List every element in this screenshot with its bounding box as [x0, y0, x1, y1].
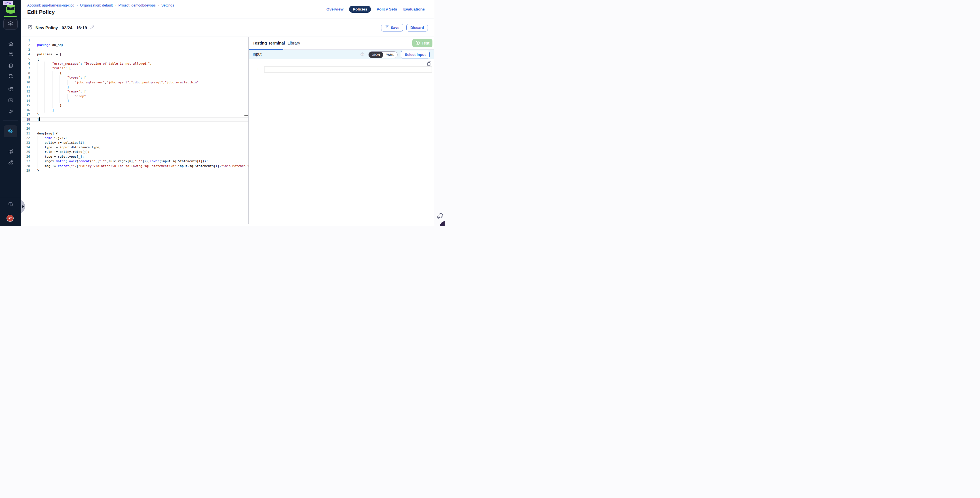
code-line[interactable]: 6"error_message": "Dropping of table is …: [21, 62, 248, 66]
sidebar-item-org-structure[interactable]: [8, 160, 14, 165]
breadcrumb-account[interactable]: Account: app-harness-ng-cicd: [27, 3, 74, 7]
help-icon[interactable]: ?: [8, 201, 14, 207]
code-line[interactable]: 5{: [21, 57, 248, 62]
line-number[interactable]: 13: [21, 94, 30, 99]
code-line[interactable]: 4policies := [: [21, 52, 248, 57]
line-number[interactable]: 28: [21, 164, 30, 169]
breadcrumb-project[interactable]: Project: demodbdevops: [118, 3, 155, 7]
input-editor-current-line[interactable]: [264, 66, 432, 73]
line-number[interactable]: 14: [21, 99, 30, 103]
line-number[interactable]: 5: [21, 57, 30, 62]
line-number[interactable]: 12: [21, 89, 30, 94]
code-line[interactable]: 15}: [21, 103, 248, 108]
line-number[interactable]: 15: [21, 103, 30, 108]
line-number[interactable]: 1: [21, 38, 30, 43]
code-line[interactable]: 14]: [21, 99, 248, 103]
sidebar-item-playground[interactable]: [8, 97, 14, 103]
line-number[interactable]: 27: [21, 159, 30, 164]
code-line-content: [37, 38, 248, 43]
code-line[interactable]: 17}: [21, 113, 248, 117]
avatar-initials: AT: [8, 217, 12, 220]
sidebar-expand-handle[interactable]: [21, 200, 25, 215]
line-number[interactable]: 24: [21, 145, 30, 150]
discard-button[interactable]: Discard: [406, 24, 428, 32]
code-line[interactable]: 9"types": [: [21, 75, 248, 80]
line-number[interactable]: 4: [21, 52, 30, 57]
tab-policies[interactable]: Policies: [349, 6, 371, 13]
new-badge: NEW: [3, 1, 13, 5]
breadcrumb-organization[interactable]: Organization: default: [80, 3, 113, 7]
tab-evaluations[interactable]: Evaluations: [402, 6, 425, 13]
line-number[interactable]: 9: [21, 75, 30, 80]
user-avatar[interactable]: AT: [6, 215, 14, 222]
chat-widget-corner[interactable]: [440, 221, 445, 226]
module-selector[interactable]: [3, 19, 18, 30]
line-number[interactable]: 23: [21, 141, 30, 145]
line-number[interactable]: 26: [21, 154, 30, 159]
format-json-option[interactable]: JSON: [369, 51, 383, 58]
code-line[interactable]: 21deny[msg] {: [21, 131, 248, 136]
line-number[interactable]: 18: [21, 118, 30, 122]
line-number[interactable]: 16: [21, 108, 30, 113]
code-line[interactable]: 27regex.match(lower(concat("",[".*",rule…: [21, 159, 248, 164]
sidebar-item-gear[interactable]: [8, 109, 14, 114]
code-line[interactable]: 11],: [21, 85, 248, 89]
code-line[interactable]: 20: [21, 126, 248, 131]
code-line[interactable]: 25rule := policy.rules[j];: [21, 150, 248, 154]
format-yaml-option[interactable]: YAML: [383, 51, 398, 58]
code-line[interactable]: 8{: [21, 71, 248, 75]
code-line[interactable]: 24type := input.dbInstance.type;: [21, 145, 248, 150]
code-line[interactable]: 19: [21, 122, 248, 126]
tab-testing-terminal[interactable]: Testing Terminal: [253, 41, 285, 45]
line-number[interactable]: 25: [21, 150, 30, 154]
line-number[interactable]: 6: [21, 62, 30, 66]
line-number[interactable]: 8: [21, 71, 30, 75]
code-line[interactable]: 3: [21, 48, 248, 52]
logo-divider: [4, 16, 17, 17]
line-number[interactable]: 11: [21, 85, 30, 89]
line-number[interactable]: 19: [21, 122, 30, 126]
code-line-content: {: [37, 71, 248, 75]
input-label: Input: [253, 52, 261, 56]
code-line[interactable]: 18]: [21, 118, 248, 122]
sidebar-item-database-instances[interactable]: [8, 74, 14, 80]
tab-policy-sets[interactable]: Policy Sets: [376, 6, 398, 13]
code-line[interactable]: 13"drop": [21, 94, 248, 99]
code-line[interactable]: 22some i,j,k,l: [21, 136, 248, 140]
edit-pencil-icon[interactable]: [90, 25, 94, 30]
code-line[interactable]: 26type = rule.types[_];: [21, 154, 248, 159]
code-line-content: "types": [: [37, 75, 248, 80]
save-button[interactable]: Save: [381, 24, 403, 32]
sidebar-item-settings-active[interactable]: [4, 125, 17, 137]
code-line[interactable]: 1: [21, 38, 248, 43]
code-line[interactable]: 23policy := policies[i];: [21, 141, 248, 145]
code-line[interactable]: 12"regex": [: [21, 89, 248, 94]
tab-overview[interactable]: Overview: [326, 6, 344, 13]
line-number[interactable]: 29: [21, 169, 30, 173]
sidebar-item-flow[interactable]: [8, 86, 14, 92]
line-number[interactable]: 10: [21, 80, 30, 85]
line-number[interactable]: 17: [21, 113, 30, 117]
sidebar-item-project-setup[interactable]: [8, 149, 14, 154]
code-line[interactable]: 7"rules": [: [21, 66, 248, 71]
sidebar-item-database-settings[interactable]: [8, 51, 14, 57]
line-number[interactable]: 3: [21, 48, 30, 52]
test-button[interactable]: Test: [412, 39, 433, 47]
sidebar-item-database-stack[interactable]: [8, 63, 14, 68]
tab-library[interactable]: Library: [288, 41, 300, 45]
select-input-button[interactable]: Select Input: [401, 51, 430, 59]
line-number[interactable]: 20: [21, 126, 30, 131]
chat-support-icon[interactable]: [436, 212, 444, 220]
breadcrumb-settings[interactable]: Settings: [161, 3, 174, 7]
code-line[interactable]: 29}: [21, 169, 248, 173]
code-line[interactable]: 16]: [21, 108, 248, 113]
code-line[interactable]: 10"jdbc:sqlserver","jdbc:mysql","jdbc:po…: [21, 80, 248, 85]
policy-code-editor[interactable]: 12package db_sql34policies := [5{6"error…: [21, 37, 248, 224]
line-number[interactable]: 2: [21, 43, 30, 47]
line-number[interactable]: 22: [21, 136, 30, 140]
line-number[interactable]: 7: [21, 66, 30, 71]
sidebar-item-home[interactable]: [8, 41, 14, 47]
code-line[interactable]: 28msg := concat("",["Policy violation:\n…: [21, 164, 248, 169]
code-line[interactable]: 2package db_sql: [21, 43, 248, 47]
line-number[interactable]: 21: [21, 131, 30, 136]
